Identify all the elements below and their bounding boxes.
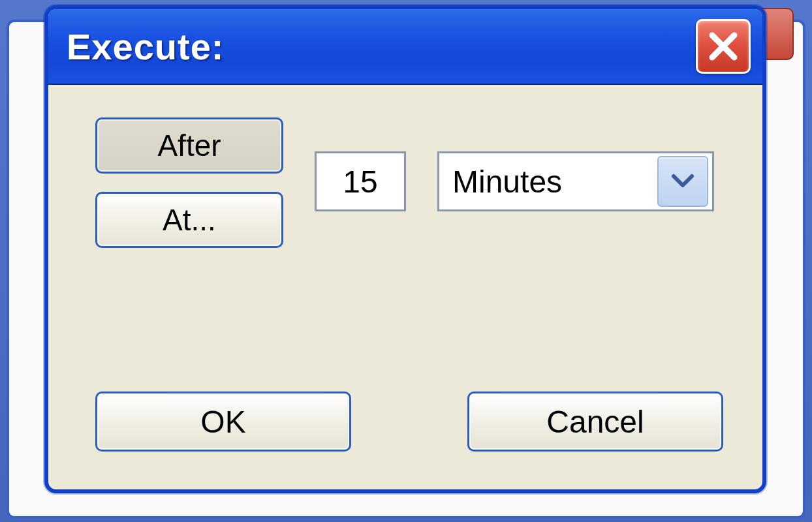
- at-button-label: At...: [163, 202, 216, 238]
- titlebar[interactable]: Execute:: [48, 9, 762, 85]
- after-button-label: After: [157, 128, 221, 163]
- execute-dialog: Execute: After At... Minutes: [44, 5, 766, 493]
- dialog-title: Execute:: [67, 25, 224, 68]
- close-icon: [707, 30, 740, 63]
- cancel-button-label: Cancel: [546, 405, 644, 439]
- duration-value-input[interactable]: [315, 151, 406, 211]
- unit-dropdown[interactable]: Minutes: [437, 151, 714, 211]
- at-button[interactable]: At...: [95, 192, 283, 248]
- dialog-body: After At... Minutes OK: [48, 85, 762, 489]
- ok-button[interactable]: OK: [95, 392, 351, 452]
- after-button[interactable]: After: [95, 117, 283, 174]
- cancel-button[interactable]: Cancel: [467, 392, 723, 452]
- ok-button-label: OK: [200, 405, 245, 439]
- chevron-down-icon: [670, 172, 696, 191]
- top-row: After At... Minutes: [95, 117, 723, 248]
- action-row: OK Cancel: [95, 392, 723, 452]
- unit-dropdown-selected: Minutes: [439, 164, 657, 200]
- dropdown-arrow-button[interactable]: [657, 156, 708, 207]
- close-button[interactable]: [696, 19, 751, 74]
- mode-button-group: After At...: [95, 117, 283, 248]
